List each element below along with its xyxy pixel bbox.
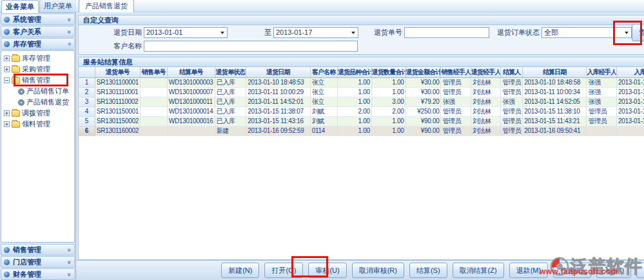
row-number: 2 (79, 87, 95, 97)
accordion-header[interactable]: 库存管理 (1, 38, 75, 50)
tree-item-label: 调拨管理 (22, 108, 50, 118)
column-header[interactable]: 入库日期 (616, 67, 644, 77)
cell: 张强 (501, 97, 523, 106)
customer-name-label: 客户名称 (79, 41, 142, 51)
column-header[interactable]: 结算日期 (523, 67, 587, 77)
bullet-icon (4, 272, 10, 277)
return-date-to-picker[interactable]: 2013-01-17 (273, 27, 358, 38)
cell (167, 126, 215, 135)
cell: 2013-01-11 14:54:24 (616, 97, 644, 106)
accordion-label: 系统管理 (13, 15, 68, 25)
accordion-header[interactable]: 客户关系 (1, 26, 75, 37)
cancel-settle-button[interactable]: 取消结算(Z) (453, 263, 504, 278)
audit-button[interactable]: 审核(U) (308, 263, 346, 278)
accordion-header[interactable]: 财务管理 (1, 268, 75, 280)
cell: 张强 (587, 77, 616, 87)
cell: 管理员 (587, 106, 616, 116)
table-row[interactable]: 4SR1301150001WD1301000014已入库2013-01-15 1… (79, 106, 644, 116)
tree-item[interactable]: 销售管理 (4, 75, 74, 86)
column-header[interactable]: 退货经手人 (471, 67, 500, 77)
chevron-icon (66, 17, 73, 21)
expand-icon[interactable] (4, 66, 10, 72)
accordion-header[interactable]: 销售管理 (1, 244, 75, 255)
order-status-select[interactable]: 全部 (542, 27, 632, 38)
return-date-from-value: 2013-01-01 (146, 28, 182, 36)
column-header[interactable]: 结算人 (501, 67, 523, 77)
query-button[interactable]: 查询(Q) (632, 24, 644, 41)
tree-item[interactable]: 采购管理 (4, 64, 74, 75)
expand-icon[interactable] (4, 121, 10, 127)
main-area: 产品销售退货 自定义查询 退货日期 2013-01-01 至 2013-01-1… (76, 0, 644, 280)
action-button-bar: 新建(N)打开(O)审核(U)取消审核(R)结算(S)取消结算(Z)退款(M)作… (76, 260, 644, 280)
cell: 2.00 (337, 106, 371, 116)
cell: 2013-01-11 14:55:15 (616, 77, 644, 87)
column-header[interactable]: 退货日期 (246, 67, 310, 77)
cell: 张立 (310, 87, 337, 97)
cell: 2013-01-15 11:43:16 (246, 116, 310, 126)
column-header[interactable]: 退货单号 (95, 67, 140, 77)
table-row[interactable]: 5SR1301150002WD1301000016已入库2013-01-15 1… (79, 116, 644, 126)
accordion-header[interactable]: 门店管理 (1, 256, 75, 268)
cell: 管理员 (501, 106, 523, 116)
settle-button[interactable]: 结算(S) (409, 263, 447, 278)
tree-item[interactable]: 库存管理 (4, 53, 74, 64)
new-button[interactable]: 新建(N) (221, 263, 259, 278)
cell: 刘法林 (471, 97, 500, 106)
results-grid: 退货单号销售单号结算单号退货单状态退货日期客户名称退货品种合计退货数量合计退货金… (79, 67, 644, 259)
cell: SR1301100001 (95, 77, 140, 87)
cell: 已入库 (215, 97, 246, 106)
cell: 1.00 (371, 116, 405, 126)
tree-item[interactable]: 领料管理 (4, 119, 74, 130)
column-header[interactable]: 退货金额合计 (405, 67, 441, 77)
tab-business-menu[interactable]: 业务菜单 (1, 0, 39, 13)
column-header[interactable]: 退货数量合计 (371, 67, 405, 77)
cell: 1.00 (337, 116, 371, 126)
collapse-icon[interactable] (4, 77, 10, 83)
tree-item[interactable]: 产品销售退货 (4, 97, 74, 108)
chevron-down-icon (625, 32, 629, 34)
cancel-audit-button[interactable]: 取消审核(R) (352, 263, 404, 278)
cell: 2013-01-11 10:00:29 (246, 87, 310, 97)
gear-icon (18, 99, 24, 106)
open-button[interactable]: 打开(O) (264, 263, 303, 278)
table-row[interactable]: 1SR1301100001WD1301000003已入库2013-01-10 1… (79, 77, 644, 87)
cell: 管理员 (441, 106, 471, 116)
cell: 1.00 (337, 87, 371, 97)
tree-item[interactable]: 调拨管理 (4, 108, 74, 119)
cell: 管理员 (501, 87, 523, 97)
column-header-rownum[interactable] (79, 67, 95, 77)
column-header[interactable]: 客户名称 (310, 67, 337, 77)
refund-button[interactable]: 退款(M) (509, 263, 549, 278)
expand-icon[interactable] (4, 110, 10, 116)
chevron-icon (66, 260, 73, 264)
table-row[interactable]: 6SR1301160002新建2013-01-16 09:52:5901141.… (79, 126, 644, 135)
chevron-icon (66, 272, 73, 276)
return-no-input[interactable] (404, 27, 489, 38)
column-header[interactable]: 销售单号 (140, 67, 167, 77)
column-header[interactable]: 退货品种合计 (337, 67, 371, 77)
cell: ¥30.00 (405, 87, 441, 97)
table-row[interactable]: 3SR1301110002WD1301000011已入库2013-01-11 1… (79, 97, 644, 106)
tab-user-menu[interactable]: 用户菜单 (39, 0, 77, 12)
stock-in-button[interactable]: 入库(I) (596, 263, 631, 278)
table-row[interactable]: 2SR1301110001WD1301000007已入库2013-01-11 1… (79, 87, 644, 97)
return-date-from-picker[interactable]: 2013-01-01 (144, 27, 228, 38)
tree-item[interactable]: 产品销售订单 (4, 86, 74, 97)
cell: 管理员 (587, 116, 616, 126)
document-tabbar: 产品销售退货 (76, 0, 644, 12)
column-header[interactable]: 结算单号 (167, 67, 215, 77)
void-button[interactable]: 作废(E) (553, 263, 591, 278)
cell: 管理员 (441, 77, 471, 87)
column-header[interactable]: 入库经手人 (587, 67, 616, 77)
column-header[interactable]: 销售经手人 (441, 67, 471, 77)
row-number: 4 (79, 106, 95, 116)
accordion-header[interactable]: 系统管理 (1, 14, 75, 25)
customer-name-input[interactable] (144, 41, 358, 52)
cell: 管理员 (501, 116, 523, 126)
tab-product-sales-return[interactable]: 产品销售退货 (79, 0, 134, 12)
expand-icon[interactable] (4, 55, 10, 61)
cell: WD1301000007 (167, 87, 215, 97)
cell: 已入库 (215, 87, 246, 97)
close-button[interactable]: 关闭(X) (636, 263, 644, 278)
column-header[interactable]: 退货单状态 (215, 67, 246, 77)
